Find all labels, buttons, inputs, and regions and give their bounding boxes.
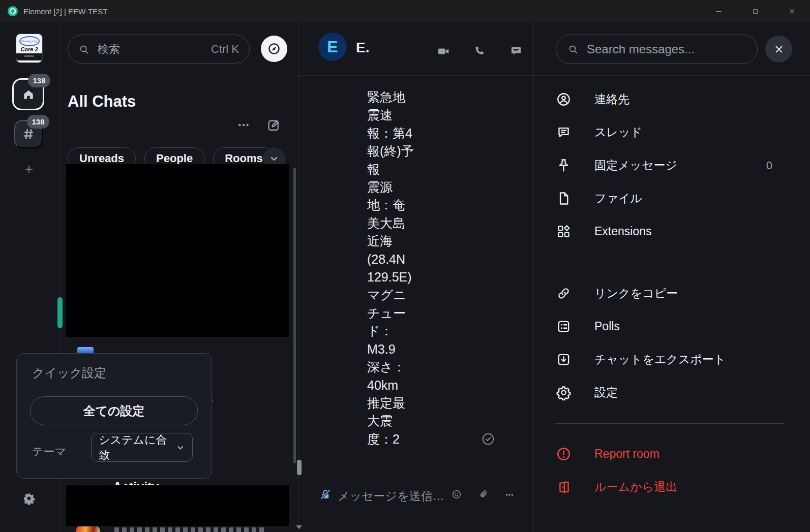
quick-settings-popup: クイック設定 全ての設定 テーマ システムに合致 — [16, 353, 212, 479]
compose-button[interactable] — [263, 115, 284, 135]
room-info-menu-group-danger: Report roomルームから退出 — [547, 437, 775, 504]
message-line: 報：第4 — [367, 124, 414, 142]
menu-item-label: チャットをエクスポート — [594, 352, 726, 367]
search-icon — [78, 44, 89, 55]
window-controls — [700, 0, 810, 22]
emoji-button[interactable] — [448, 486, 465, 503]
leave-icon — [556, 479, 572, 495]
menu-extensions[interactable]: Extensions — [547, 215, 775, 248]
menu-report-room[interactable]: Report room — [547, 437, 775, 471]
avatar-middle-text: Core 2 — [16, 46, 42, 53]
menu-leave-room[interactable]: ルームから退出 — [547, 471, 775, 504]
message-line: 地：奄 — [367, 196, 414, 214]
threads-icon — [556, 124, 572, 140]
message-line: マグニ — [367, 286, 414, 304]
explore-rooms-button[interactable] — [261, 36, 287, 62]
link-icon — [556, 286, 572, 301]
menu-settings[interactable]: 設定 — [547, 376, 775, 409]
menu-item-label: ファイル — [594, 191, 642, 206]
message-line: M3.9 — [367, 340, 414, 358]
menu-item-label: スレッド — [594, 124, 642, 140]
maximize-button[interactable] — [737, 0, 773, 22]
scroll-down-arrow[interactable] — [295, 523, 303, 530]
minimize-button[interactable] — [700, 0, 737, 22]
ellipsis-icon — [236, 117, 251, 133]
chevron-down-icon — [175, 443, 185, 453]
phone-icon — [473, 43, 485, 59]
plus-icon — [23, 162, 35, 176]
user-avatar[interactable]: Mustang Junji Core 2 Extreme — [16, 34, 43, 63]
avatar-top-text: Mustang Junji — [19, 36, 40, 46]
search-icon — [567, 44, 579, 55]
close-icon — [773, 43, 785, 55]
close-window-button[interactable] — [773, 0, 810, 22]
theme-dropdown[interactable]: システムに合致 — [91, 433, 193, 462]
add-space-button[interactable] — [20, 161, 38, 178]
home-unread-badge: 138 — [28, 74, 50, 87]
menu-files[interactable]: ファイル — [547, 182, 775, 215]
close-panel-button[interactable] — [765, 36, 792, 62]
message-line: 報(終)予 — [367, 142, 414, 160]
room-info-menu-group-1: 連絡先スレッド固定メッセージ0ファイルExtensions — [547, 83, 775, 248]
space-home-button[interactable]: 138 — [12, 78, 44, 110]
message-line: 深さ： — [367, 358, 414, 376]
message-body: 緊急地震速報：第4報(終)予報震源地：奄美大島近海(28.4N129.5E)マグ… — [367, 88, 414, 448]
voice-call-button[interactable] — [470, 42, 488, 60]
sent-check-icon — [481, 432, 495, 446]
room-avatar[interactable]: E — [318, 33, 347, 61]
room-search-box[interactable]: Ctrl K — [68, 35, 250, 64]
app-body: Mustang Junji Core 2 Extreme 138 138 Ctr… — [0, 22, 810, 532]
avatar-bottom-text: Extreme — [16, 53, 42, 60]
all-settings-button[interactable]: 全ての設定 — [30, 396, 198, 425]
more-options-button[interactable] — [501, 487, 518, 503]
room-search-input[interactable] — [97, 42, 211, 56]
element-app-window: Element [2] | EEW-TEST Mustang Junji Cor… — [0, 0, 810, 532]
space-rooms-button[interactable]: 138 — [14, 120, 43, 148]
alert-icon — [556, 446, 572, 462]
menu-contacts[interactable]: 連絡先 — [547, 83, 775, 116]
divider — [555, 423, 784, 424]
message-composer-input[interactable] — [337, 489, 444, 504]
settings-gear-button[interactable] — [19, 489, 39, 508]
room-list-scrollbar[interactable] — [293, 168, 296, 463]
search-shortcut-hint: Ctrl K — [211, 43, 239, 56]
theme-dropdown-value: システムに合致 — [99, 432, 175, 463]
menu-item-label: 固定メッセージ — [594, 158, 677, 173]
hash-icon — [21, 127, 36, 141]
compass-icon — [267, 42, 281, 56]
menu-copy-link[interactable]: リンクをコピー — [547, 277, 775, 310]
menu-export-chat[interactable]: チャットをエクスポート — [547, 343, 775, 376]
room-name[interactable]: E. — [356, 40, 369, 56]
gear-icon — [556, 385, 572, 400]
room-list-scrollbar-thumb[interactable] — [297, 460, 302, 475]
room-list-heading: All Chats — [68, 92, 136, 111]
polls-icon — [556, 319, 572, 334]
message-line: 美大島 — [367, 214, 414, 232]
message-line: 度：2 — [367, 430, 414, 448]
message-search-box[interactable] — [556, 35, 758, 64]
divider — [533, 75, 810, 76]
menu-pinned[interactable]: 固定メッセージ0 — [547, 149, 775, 182]
room-list-more-button[interactable] — [233, 115, 254, 135]
video-call-button[interactable] — [434, 42, 453, 61]
gear-icon — [22, 490, 36, 507]
home-icon — [21, 87, 36, 102]
divider — [555, 262, 784, 262]
paperclip-icon — [479, 486, 488, 502]
attachment-button[interactable] — [476, 486, 491, 502]
emoji-icon — [452, 486, 462, 503]
menu-threads[interactable]: スレッド — [547, 116, 775, 149]
menu-polls[interactable]: Polls — [547, 310, 775, 343]
unencrypted-lock-icon — [319, 488, 332, 501]
message-line: 報 — [367, 161, 414, 178]
menu-item-label: 連絡先 — [594, 91, 629, 107]
threads-header-button[interactable] — [507, 42, 525, 60]
message-line: 129.5E) — [367, 268, 414, 286]
rooms-unread-badge: 138 — [27, 115, 49, 129]
message-search-input[interactable] — [586, 42, 746, 57]
message-line: 近海 — [367, 232, 414, 250]
file-icon — [556, 191, 572, 206]
element-logo-icon — [7, 6, 18, 17]
message-line: 震速 — [367, 106, 414, 124]
extensions-icon — [556, 224, 572, 239]
